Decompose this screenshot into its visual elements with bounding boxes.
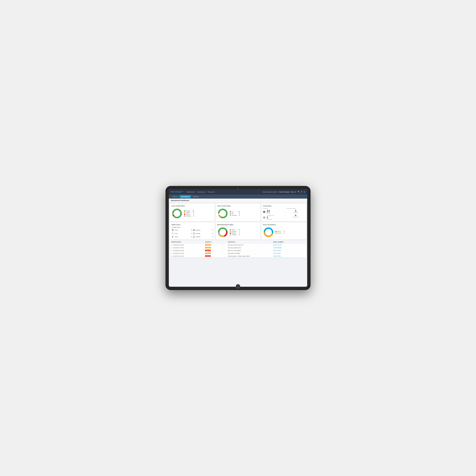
server-power-donut xyxy=(217,208,228,219)
th-severity[interactable]: SEVERITY ⇅ xyxy=(204,241,227,243)
severity-badge-2: Caution xyxy=(205,247,211,248)
td-serial-4[interactable]: 5G4T12V6FS xyxy=(272,252,306,255)
fans-icon xyxy=(171,232,174,235)
td-time-1: ▶ 11/23/2018 10:08:52 xyxy=(170,244,204,246)
health-issues-summary: 1 Health Issues xyxy=(171,227,213,228)
warranty-title: Warranty/Support Status xyxy=(217,224,259,225)
expiring-dot xyxy=(230,231,231,232)
th-serial[interactable]: SERIAL NUMBER ⇅ xyxy=(272,241,306,243)
svg-point-29 xyxy=(172,233,172,234)
hardware-section: Hardware 11 Servers xyxy=(263,208,284,220)
expired-dot xyxy=(230,233,231,234)
monitoring-label: Monitoring services xyxy=(287,208,305,209)
healthy-dot xyxy=(184,210,185,212)
td-time-2: ▶ 11/22/2018 10:10:52 xyxy=(170,247,204,249)
svg-point-27 xyxy=(172,232,173,233)
nav-resources[interactable]: Resources xyxy=(208,191,215,193)
brand-name[interactable]: Nimble InfoSight - Demo ▼ xyxy=(279,191,296,193)
svg-rect-13 xyxy=(264,218,264,219)
settings-icon[interactable]: ⚙ xyxy=(301,191,302,193)
expand-icon-1[interactable]: ▶ xyxy=(171,244,172,246)
nav-dashboards[interactable]: Dashboards xyxy=(187,191,194,193)
td-serial-5[interactable]: 5G4FG178KA xyxy=(272,255,306,257)
svg-rect-16 xyxy=(172,230,173,230)
unknown-power-dot xyxy=(230,215,231,216)
expand-icon-4[interactable]: ▶ xyxy=(171,253,172,254)
server-power-title: Server Power Status xyxy=(217,205,259,207)
table-header: CREATION TIME ⇅ SEVERITY ⇅ CONDITION ⇅ S… xyxy=(170,241,306,244)
expand-icon-2[interactable]: ▶ xyxy=(171,247,172,248)
camera xyxy=(237,188,239,189)
legend-healthy: Healthy 10 xyxy=(184,210,194,212)
td-severity-1: Caution xyxy=(204,244,227,246)
legend-caution: Caution 0 xyxy=(184,212,194,213)
legend-active: Active 5 xyxy=(230,229,240,230)
legend-expiring: Expiring 1 xyxy=(230,231,240,232)
connectivity-title: Connectivity xyxy=(263,205,305,207)
table-row: ▶ 11/23/2018 10:08:52 Caution Security O… xyxy=(170,244,306,246)
sort-creation-icon: ⇅ xyxy=(181,241,182,243)
health-network: Network 0 xyxy=(193,235,213,238)
td-serial-3[interactable]: 5G4T2Z7F8NY xyxy=(272,249,306,252)
main-content: Server Health Status xyxy=(169,203,307,287)
td-serial-2[interactable]: XLA500F82B05 xyxy=(272,247,306,249)
appliances-label: Appliances xyxy=(267,219,274,220)
server-generations-card: Server Generations Gen 9 xyxy=(261,222,306,239)
th-creation-time[interactable]: CREATION TIME ⇅ xyxy=(170,241,204,243)
page-title-bar: Operational Dashboard xyxy=(169,199,307,203)
hardware-label: Hardware xyxy=(263,208,284,209)
th-condition[interactable]: CONDITION ⇅ xyxy=(227,241,272,243)
nav-infrastructure[interactable]: Infrastructure xyxy=(197,191,205,193)
health-items-grid: CPUs 0 Memory 0 xyxy=(171,229,213,238)
caution-dot xyxy=(184,212,185,213)
top-nav: HPE InfoSight™ Dashboards Infrastructure… xyxy=(169,189,307,194)
servers-row: 11 Servers xyxy=(263,210,284,214)
sort-severity-icon: ⇅ xyxy=(211,241,212,243)
td-condition-3: IPMI Over LAN Enabled xyxy=(227,249,272,252)
appliance-icon xyxy=(263,216,266,219)
server-power-legend: On 10 Off 1 Unknown 0 xyxy=(230,211,240,216)
servers-label: Servers xyxy=(267,213,271,214)
bottom-cards-grid: Health Issues 1 Health Issues CPUs 0 xyxy=(170,222,306,239)
callhome-label: Call Home xyxy=(287,216,305,218)
divider xyxy=(285,208,285,220)
svg-rect-12 xyxy=(264,217,265,218)
tab-wellness[interactable]: Wellness xyxy=(191,195,201,198)
td-time-3: ▶ 11/22/2018 10:10:52 xyxy=(170,249,204,252)
home-button[interactable] xyxy=(236,284,240,289)
top-cards-grid: Server Health Status xyxy=(170,204,306,221)
legend-gen9: Gen 9 6 xyxy=(275,231,284,232)
unknown-warranty-dot xyxy=(230,234,231,235)
nav-right: Nimble Storage Customer Nimble InfoSight… xyxy=(263,191,305,193)
search-icon[interactable]: 🔍 xyxy=(298,191,300,193)
server-health-title: Server Health Status xyxy=(171,205,213,207)
page-title: Operational Dashboard xyxy=(171,200,305,201)
svg-point-9 xyxy=(265,211,265,212)
user-icon[interactable]: 👤 xyxy=(303,191,305,193)
expand-icon-3[interactable]: ▶ xyxy=(171,250,172,251)
storage-icon xyxy=(193,232,195,235)
td-condition-4: Flash-Wear Out Attack xyxy=(227,252,272,255)
brand-label: Nimble Storage Customer xyxy=(263,191,278,193)
server-gen-content: Gen 9 6 Gen 10 5 xyxy=(263,227,305,238)
legend-expired: Expired 3 xyxy=(230,232,240,234)
expand-icon-5[interactable]: ▶ xyxy=(171,255,172,257)
td-serial-1[interactable]: 5G4T2Z7KLM2 xyxy=(272,244,306,246)
server-health-content: Healthy 10 Caution 0 Critical xyxy=(171,208,213,219)
td-time-4: ▶ 11/22/2018 10:10:52 xyxy=(170,252,204,255)
td-severity-5: Critical xyxy=(204,255,227,257)
tab-servers[interactable]: Servers xyxy=(171,195,180,198)
issues-table: CREATION TIME ⇅ SEVERITY ⇅ CONDITION ⇅ S… xyxy=(170,241,306,257)
active-dot xyxy=(230,229,231,230)
sub-nav: Servers Operational Wellness xyxy=(169,194,307,199)
callhome-section: Call Home xyxy=(287,215,305,218)
tab-operational[interactable]: Operational xyxy=(180,195,191,198)
connectivity-card: Connectivity Hardware xyxy=(261,204,306,221)
svg-rect-14 xyxy=(264,218,265,219)
heartbeat-section: Heartbeat xyxy=(287,210,305,213)
cpu-icon xyxy=(171,229,174,231)
app-logo: HPE InfoSight™ xyxy=(171,191,184,193)
health-cpus: CPUs 0 xyxy=(171,229,192,231)
svg-marker-32 xyxy=(172,236,174,238)
nav-icons: 🔍 ⚙ 👤 xyxy=(298,191,305,193)
